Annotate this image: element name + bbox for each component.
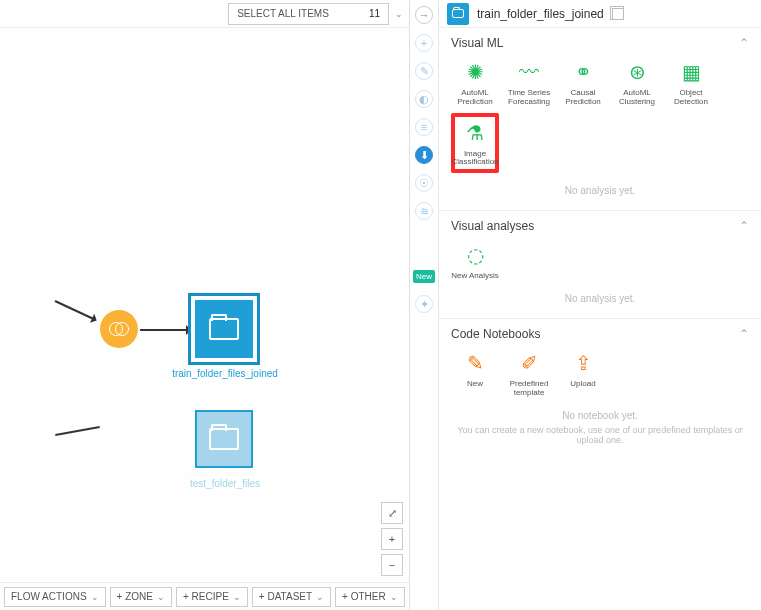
select-all-items-dropdown[interactable]: SELECT ALL ITEMS 11 [228, 3, 389, 25]
notebook-upload-icon: ⇪ [569, 349, 597, 377]
strip-icon-4[interactable]: ≡ [415, 118, 433, 136]
chevron-down-icon: ⌄ [157, 592, 165, 602]
section-visual-analyses: Visual analyses ⌃ ◌ New Analysis No anal… [439, 211, 761, 319]
flow-edge [140, 329, 190, 331]
flow-actions-dropdown[interactable]: FLOW ACTIONS⌄ [4, 587, 106, 607]
tile-causal-prediction[interactable]: ⚭ Causal Prediction [559, 58, 607, 107]
add-zone-label: + ZONE [117, 591, 153, 602]
strip-icon-8[interactable]: ✦ [415, 295, 433, 313]
chevron-down-icon: ⌄ [316, 592, 324, 602]
section-code-notebooks-header[interactable]: Code Notebooks ⌃ [451, 327, 749, 341]
add-dataset-dropdown[interactable]: + DATASET⌄ [252, 587, 331, 607]
dataset-node-test-label: test_folder_files [165, 478, 285, 489]
notebook-new-icon: ✎ [461, 349, 489, 377]
visual-ml-tiles: ✺ AutoML Prediction 〰 Time Series Foreca… [451, 58, 749, 173]
flow-edge [55, 426, 100, 436]
tile-automl-prediction[interactable]: ✺ AutoML Prediction [451, 58, 499, 107]
visual-ml-empty: No analysis yet. [451, 185, 749, 196]
chevron-down-icon[interactable]: ⌄ [395, 9, 403, 19]
tile-notebook-upload[interactable]: ⇪ Upload [559, 349, 607, 398]
tile-label: Upload [570, 380, 595, 389]
tile-new-analysis[interactable]: ◌ New Analysis [451, 241, 499, 281]
folder-icon [209, 318, 239, 340]
visual-analyses-tiles: ◌ New Analysis [451, 241, 749, 281]
panel-folder-chip [447, 3, 469, 25]
select-all-label: SELECT ALL ITEMS [237, 8, 329, 19]
join-icon [109, 322, 129, 336]
section-visual-ml-header[interactable]: Visual ML ⌃ [451, 36, 749, 50]
tile-object-detection[interactable]: ▦ Object Detection [667, 58, 715, 107]
code-notebooks-tiles: ✎ New ✐ Predefined template ⇪ Upload [451, 349, 749, 398]
add-zone-dropdown[interactable]: + ZONE⌄ [110, 587, 172, 607]
tile-label: AutoML Prediction [451, 89, 499, 107]
time-series-icon: 〰 [515, 58, 543, 86]
section-code-notebooks: Code Notebooks ⌃ ✎ New ✐ Predefined temp… [439, 319, 761, 459]
fullscreen-button[interactable]: ⤢ [381, 502, 403, 524]
strip-icon-1[interactable]: + [415, 34, 433, 52]
collapse-panel-button[interactable]: → [415, 6, 433, 24]
chevron-down-icon: ⌄ [91, 592, 99, 602]
tile-time-series[interactable]: 〰 Time Series Forecasting [505, 58, 553, 107]
add-recipe-label: + RECIPE [183, 591, 229, 602]
strip-icon-7[interactable]: ≋ [415, 202, 433, 220]
tile-label: AutoML Clustering [613, 89, 661, 107]
tile-label: Predefined template [505, 380, 553, 398]
notebook-predefined-icon: ✐ [515, 349, 543, 377]
tile-notebook-predefined[interactable]: ✐ Predefined template [505, 349, 553, 398]
tile-label: New [467, 380, 483, 389]
notebooks-empty-sub: You can create a new notebook, use one o… [451, 425, 749, 445]
add-recipe-dropdown[interactable]: + RECIPE⌄ [176, 587, 248, 607]
join-recipe-node[interactable] [100, 310, 138, 348]
strip-icon-6[interactable]: ☉ [415, 174, 433, 192]
strip-icon-3[interactable]: ◐ [415, 90, 433, 108]
automl-clustering-icon: ⊛ [623, 58, 651, 86]
add-dataset-label: + DATASET [259, 591, 312, 602]
new-badge[interactable]: New [413, 270, 435, 283]
right-panel: train_folder_files_joined Visual ML ⌃ ✺ … [438, 0, 761, 610]
section-visual-analyses-header[interactable]: Visual analyses ⌃ [451, 219, 749, 233]
tile-image-classification[interactable]: ⚗ Image Classification [451, 113, 499, 174]
flow-canvas[interactable]: SELECT ALL ITEMS 11 ⌄ train_folder_files… [0, 0, 410, 610]
right-panel-icon-strip: → + ✎ ◐ ≡ ⬇ ☉ ≋ New ✦ [412, 0, 436, 610]
canvas-bottombar: FLOW ACTIONS⌄ + ZONE⌄ + RECIPE⌄ + DATASE… [0, 582, 409, 610]
chevron-up-icon: ⌃ [739, 36, 749, 50]
image-classification-icon: ⚗ [461, 119, 489, 147]
section-visual-analyses-title: Visual analyses [451, 219, 534, 233]
causal-prediction-icon: ⚭ [569, 58, 597, 86]
flow-graph[interactable]: train_folder_files_joined test_folder_fi… [0, 30, 409, 580]
chevron-up-icon: ⌃ [739, 327, 749, 341]
copy-icon[interactable] [612, 8, 624, 20]
section-visual-ml: Visual ML ⌃ ✺ AutoML Prediction 〰 Time S… [439, 28, 761, 211]
tile-label: Time Series Forecasting [505, 89, 553, 107]
tile-label: New Analysis [451, 272, 499, 281]
strip-icon-2[interactable]: ✎ [415, 62, 433, 80]
tile-label: Image Classification [451, 150, 498, 168]
tile-label: Causal Prediction [559, 89, 607, 107]
panel-title: train_folder_files_joined [477, 7, 604, 21]
visual-analyses-empty: No analysis yet. [451, 293, 749, 304]
zoom-in-button[interactable]: + [381, 528, 403, 550]
dataset-node-train[interactable] [195, 300, 253, 358]
chevron-down-icon: ⌄ [390, 592, 398, 602]
zoom-out-button[interactable]: − [381, 554, 403, 576]
panel-header: train_folder_files_joined [439, 0, 761, 28]
dataset-node-test[interactable] [195, 410, 253, 468]
add-other-dropdown[interactable]: + OTHER⌄ [335, 587, 405, 607]
notebooks-empty: No notebook yet. [451, 410, 749, 421]
folder-icon [209, 428, 239, 450]
canvas-topbar: SELECT ALL ITEMS 11 ⌄ [0, 0, 409, 28]
canvas-zoom-controls: ⤢ + − [381, 502, 403, 576]
tile-automl-clustering[interactable]: ⊛ AutoML Clustering [613, 58, 661, 107]
section-code-notebooks-title: Code Notebooks [451, 327, 540, 341]
chevron-up-icon: ⌃ [739, 219, 749, 233]
flow-edge [55, 300, 97, 321]
dataset-node-train-label: train_folder_files_joined [165, 368, 285, 379]
automl-prediction-icon: ✺ [461, 58, 489, 86]
folder-icon [452, 9, 464, 18]
add-other-label: + OTHER [342, 591, 386, 602]
tile-notebook-new[interactable]: ✎ New [451, 349, 499, 398]
object-detection-icon: ▦ [677, 58, 705, 86]
select-all-count: 11 [369, 8, 380, 19]
strip-icon-lab-active[interactable]: ⬇ [415, 146, 433, 164]
section-visual-ml-title: Visual ML [451, 36, 503, 50]
